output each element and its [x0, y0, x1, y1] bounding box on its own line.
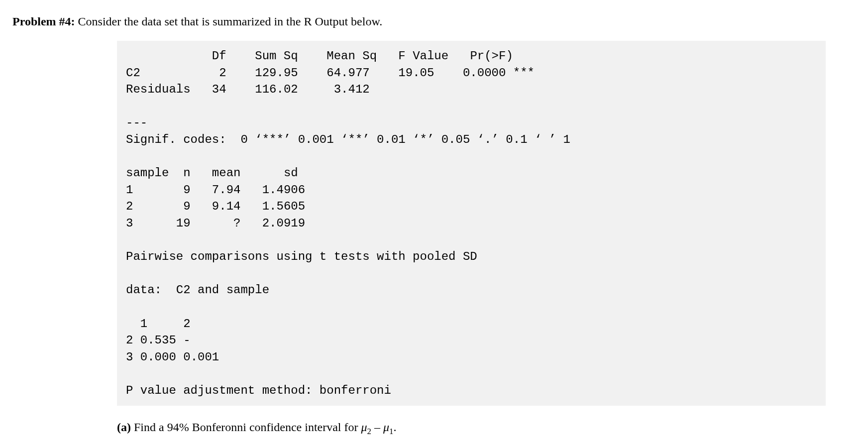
pairwise-matrix: 1 2 2 0.535 - 3 0.000 0.001: [126, 317, 219, 364]
r-output-block: Df Sum Sq Mean Sq F Value Pr(>F) C2 2 12…: [117, 41, 826, 406]
problem-header: Problem #4: Consider the data set that i…: [12, 15, 856, 28]
anova-row-c2: C2 2 129.95 64.977 19.05 0.0000 ***: [126, 66, 535, 80]
sample-table: sample n mean sd 1 9 7.94 1.4906 2 9 9.1…: [126, 166, 305, 230]
anova-header-row: Df Sum Sq Mean Sq F Value Pr(>F): [126, 49, 513, 63]
problem-label: Problem #4:: [12, 15, 75, 28]
pvalue-adjust: P value adjustment method: bonferroni: [126, 384, 391, 397]
pairwise-data-line: data: C2 and sample: [126, 283, 269, 297]
pairwise-title: Pairwise comparisons using t tests with …: [126, 250, 477, 263]
signif-codes: Signif. codes: 0 ‘***’ 0.001 ‘**’ 0.01 ‘…: [126, 133, 570, 146]
mu2: μ2: [361, 421, 371, 434]
anova-table: Df Sum Sq Mean Sq F Value Pr(>F) C2 2 12…: [126, 49, 535, 96]
sample-row-1: 1 9 7.94 1.4906: [126, 183, 305, 197]
sample-header-row: sample n mean sd: [126, 166, 298, 180]
mu1: μ1: [383, 421, 393, 434]
period: .: [393, 421, 396, 434]
problem-text: Consider the data set that is summarized…: [75, 15, 383, 28]
sub-question-text: Find a 94% Bonferonni confidence interva…: [131, 421, 361, 434]
sub-question-label: (a): [117, 421, 131, 434]
sub-question-a: (a) Find a 94% Bonferonni confidence int…: [117, 421, 856, 437]
sample-row-2: 2 9 9.14 1.5605: [126, 200, 305, 213]
sample-row-3: 3 19 ? 2.0919: [126, 217, 305, 230]
separator: ---: [126, 116, 147, 129]
minus-sign: –: [371, 421, 383, 434]
anova-row-residuals: Residuals 34 116.02 3.412: [126, 83, 370, 96]
